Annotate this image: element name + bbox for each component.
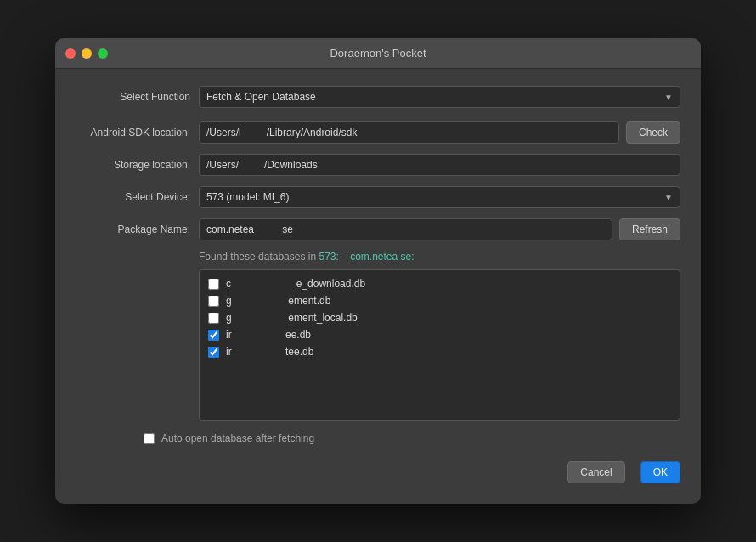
db-checkbox-2[interactable] (208, 296, 219, 307)
storage-location-input[interactable] (199, 154, 680, 176)
select-function-dropdown[interactable]: Fetch & Open Database ▼ (199, 86, 680, 108)
db-name-1: c e_download.db (226, 278, 365, 290)
auto-open-checkbox[interactable] (144, 433, 155, 444)
db-name-3: g ement_local.db (226, 312, 358, 324)
cancel-button[interactable]: Cancel (567, 461, 624, 483)
list-item: g ement_local.db (200, 309, 680, 326)
select-device-label: Select Device: (76, 191, 199, 203)
list-item: c e_download.db (200, 275, 680, 292)
db-name-5: ir tee.db (226, 346, 313, 358)
found-separator: – (341, 251, 347, 263)
window-content: Select Function Fetch & Open Database ▼ … (55, 69, 701, 504)
found-device-id: 573: (319, 251, 338, 263)
chevron-down-icon: ▼ (664, 193, 673, 202)
android-sdk-row: Android SDK location: Check (76, 121, 680, 144)
db-checkbox-5[interactable] (208, 347, 219, 358)
found-databases-text: Found these databases in 573: – com.nete… (199, 251, 680, 263)
db-checkbox-1[interactable] (208, 279, 219, 290)
select-function-row: Select Function Fetch & Open Database ▼ (76, 86, 680, 108)
footer-buttons: Cancel OK (76, 461, 680, 487)
select-device-value: 573 (model: MI_6) (206, 191, 289, 203)
package-name-label: Package Name: (76, 223, 199, 235)
found-prefix: Found these databases in (199, 251, 316, 263)
package-name-row: Package Name: Refresh (76, 218, 680, 240)
auto-open-row: Auto open database after fetching (76, 432, 680, 444)
db-checkbox-3[interactable] (208, 313, 219, 324)
android-sdk-input[interactable] (199, 121, 619, 144)
main-window: Doraemon's Pocket Select Function Fetch … (55, 38, 701, 504)
refresh-button[interactable]: Refresh (619, 218, 680, 240)
db-name-2: g ement.db (226, 295, 330, 307)
select-device-dropdown[interactable]: 573 (model: MI_6) ▼ (199, 186, 680, 208)
database-list: c e_download.db g ement.db g ement_local… (199, 269, 680, 421)
storage-location-label: Storage location: (76, 159, 199, 171)
package-name-input[interactable] (199, 218, 612, 240)
window-title: Doraemon's Pocket (330, 47, 426, 59)
list-item: g ement.db (200, 292, 680, 309)
select-device-row: Select Device: 573 (model: MI_6) ▼ (76, 186, 680, 208)
maximize-button[interactable] (98, 48, 108, 59)
select-function-value: Fetch & Open Database (206, 91, 316, 103)
storage-location-row: Storage location: (76, 154, 680, 176)
db-name-4: ir ee.db (226, 329, 311, 341)
auto-open-label: Auto open database after fetching (161, 432, 314, 444)
android-sdk-label: Android SDK location: (76, 127, 199, 138)
found-package: com.netea se: (350, 251, 414, 263)
db-checkbox-4[interactable] (208, 330, 219, 341)
select-function-label: Select Function (76, 91, 199, 103)
check-button[interactable]: Check (626, 121, 680, 144)
close-button[interactable] (65, 48, 76, 59)
traffic-lights (65, 48, 108, 59)
list-item: ir tee.db (200, 343, 680, 360)
list-item: ir ee.db (200, 326, 680, 343)
minimize-button[interactable] (82, 48, 92, 59)
title-bar: Doraemon's Pocket (55, 38, 701, 69)
ok-button[interactable]: OK (640, 461, 680, 483)
chevron-down-icon: ▼ (664, 93, 673, 102)
